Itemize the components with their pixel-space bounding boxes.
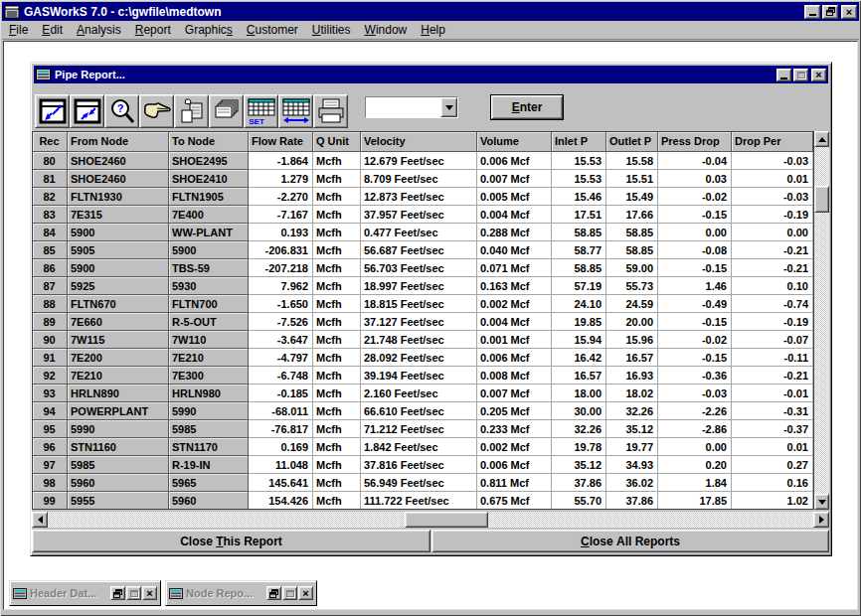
cell[interactable]: 24.59 xyxy=(606,295,658,313)
cell[interactable]: 1.84 xyxy=(658,474,732,492)
cell[interactable]: 145.641 xyxy=(249,474,313,492)
cell[interactable]: 12.679 Feet/sec xyxy=(361,152,477,170)
column-width-button[interactable] xyxy=(278,94,313,128)
cell[interactable]: -0.11 xyxy=(732,349,813,367)
enter-button[interactable]: Enter xyxy=(491,95,563,119)
cell[interactable]: 95 xyxy=(33,420,68,438)
cell[interactable]: 0.007 Mcf xyxy=(477,385,552,402)
cell[interactable]: -0.185 xyxy=(249,385,313,402)
vertical-scrollbar[interactable] xyxy=(814,131,829,510)
minimize-button[interactable] xyxy=(804,5,820,19)
cell[interactable]: -0.19 xyxy=(732,313,813,331)
cell[interactable]: 16.93 xyxy=(606,367,658,385)
cell[interactable]: SHOE2410 xyxy=(169,170,249,188)
mini-close-button[interactable]: × xyxy=(142,586,157,600)
cell[interactable]: 5925 xyxy=(68,277,169,295)
cell[interactable]: 5985 xyxy=(68,456,169,474)
cell[interactable]: FLTN670 xyxy=(68,295,169,313)
cell[interactable]: -7.526 xyxy=(249,313,313,331)
cell[interactable]: 5900 xyxy=(169,241,249,259)
minimized-window-node-report[interactable]: Node Repo... × xyxy=(165,580,317,606)
cell[interactable]: 16.42 xyxy=(552,349,606,367)
cell[interactable]: 7W110 xyxy=(169,331,249,349)
record-combo-input[interactable] xyxy=(366,97,440,117)
shrink-window-button[interactable] xyxy=(70,94,104,128)
cell[interactable]: -68.011 xyxy=(249,402,313,420)
cell[interactable]: Mcfh xyxy=(313,331,361,349)
menu-item-graphics[interactable]: Graphics xyxy=(178,21,240,39)
cell[interactable]: 5905 xyxy=(68,241,169,259)
cell[interactable]: 17.51 xyxy=(552,206,606,224)
cell[interactable]: -7.167 xyxy=(249,206,313,224)
cell[interactable]: 0.20 xyxy=(658,456,732,474)
cell[interactable]: 32.26 xyxy=(552,420,606,438)
cell[interactable]: WW-PLANT xyxy=(169,224,249,241)
cell[interactable]: 0.00 xyxy=(658,224,732,241)
cell[interactable]: 15.94 xyxy=(552,331,606,349)
cell[interactable]: -206.831 xyxy=(249,241,313,259)
cell[interactable]: 55.73 xyxy=(606,277,658,295)
cell[interactable]: 89 xyxy=(33,313,68,331)
cell[interactable]: HRLN890 xyxy=(68,385,169,402)
cell[interactable]: Mcfh xyxy=(313,349,361,367)
cell[interactable]: Mcfh xyxy=(313,259,361,277)
cell[interactable]: 87 xyxy=(33,277,68,295)
column-header[interactable]: Rec xyxy=(33,132,68,152)
cell[interactable]: -0.03 xyxy=(732,152,813,170)
cell[interactable]: -207.218 xyxy=(249,259,313,277)
cell[interactable]: 0.233 Mcf xyxy=(477,420,552,438)
cell[interactable]: 35.12 xyxy=(606,420,658,438)
close-this-report-button[interactable]: Close This Report xyxy=(32,530,430,552)
cell[interactable]: 0.193 xyxy=(249,224,313,241)
column-header[interactable]: To Node xyxy=(169,132,249,152)
cell[interactable]: 0.006 Mcf xyxy=(477,152,552,170)
cell[interactable]: Mcfh xyxy=(313,474,361,492)
cell[interactable]: FLTN1930 xyxy=(68,188,169,206)
mini-restore-button[interactable] xyxy=(110,586,125,600)
cascade-reports-button[interactable] xyxy=(209,94,244,128)
cell[interactable]: 17.66 xyxy=(606,206,658,224)
cell[interactable]: 0.040 Mcf xyxy=(477,241,552,259)
cell[interactable]: -0.49 xyxy=(658,295,732,313)
cell[interactable]: -0.21 xyxy=(732,259,813,277)
column-header[interactable]: Velocity xyxy=(361,132,477,152)
cell[interactable]: -0.21 xyxy=(732,241,813,259)
set-columns-button[interactable]: SET xyxy=(244,94,278,128)
cell[interactable]: -2.270 xyxy=(249,188,313,206)
cell[interactable]: 37.86 xyxy=(606,492,658,510)
cell[interactable]: 91 xyxy=(33,349,68,367)
cell[interactable]: -2.86 xyxy=(658,420,732,438)
cell[interactable]: 86 xyxy=(33,259,68,277)
cell[interactable]: 0.001 Mcf xyxy=(477,331,552,349)
column-header[interactable]: Q Unit xyxy=(313,132,361,152)
cell[interactable]: 37.127 Feet/sec xyxy=(361,313,477,331)
cell[interactable]: 0.811 Mcf xyxy=(477,474,552,492)
cell[interactable]: 15.53 xyxy=(552,170,606,188)
cell[interactable]: 30.00 xyxy=(552,402,606,420)
cell[interactable]: 0.477 Feet/sec xyxy=(361,224,477,241)
copy-record-button[interactable] xyxy=(174,94,209,128)
mini-close-button[interactable]: × xyxy=(298,586,313,600)
cell[interactable]: -2.26 xyxy=(658,402,732,420)
cell[interactable]: 0.10 xyxy=(732,277,813,295)
cell[interactable]: 32.26 xyxy=(606,402,658,420)
cell[interactable]: 154.426 xyxy=(249,492,313,510)
cell[interactable]: -0.31 xyxy=(732,402,813,420)
column-header[interactable]: Volume xyxy=(477,132,552,152)
combo-dropdown-button[interactable] xyxy=(440,97,457,117)
cell[interactable]: 16.57 xyxy=(606,349,658,367)
cell[interactable]: 15.53 xyxy=(552,152,606,170)
cell[interactable]: 16.57 xyxy=(552,367,606,385)
cell[interactable]: -1.650 xyxy=(249,295,313,313)
cell[interactable]: 1.02 xyxy=(732,492,813,510)
scroll-down-button[interactable] xyxy=(814,494,829,510)
menu-item-report[interactable]: Report xyxy=(128,21,178,39)
cell[interactable]: SHOE2460 xyxy=(68,152,169,170)
pipe-maximize-button[interactable] xyxy=(793,69,808,81)
cell[interactable]: 11.048 xyxy=(249,456,313,474)
cell[interactable]: Mcfh xyxy=(313,241,361,259)
cell[interactable]: -0.15 xyxy=(658,259,732,277)
cell[interactable]: Mcfh xyxy=(313,206,361,224)
cell[interactable]: -0.02 xyxy=(658,188,732,206)
cell[interactable]: 0.00 xyxy=(732,224,813,241)
